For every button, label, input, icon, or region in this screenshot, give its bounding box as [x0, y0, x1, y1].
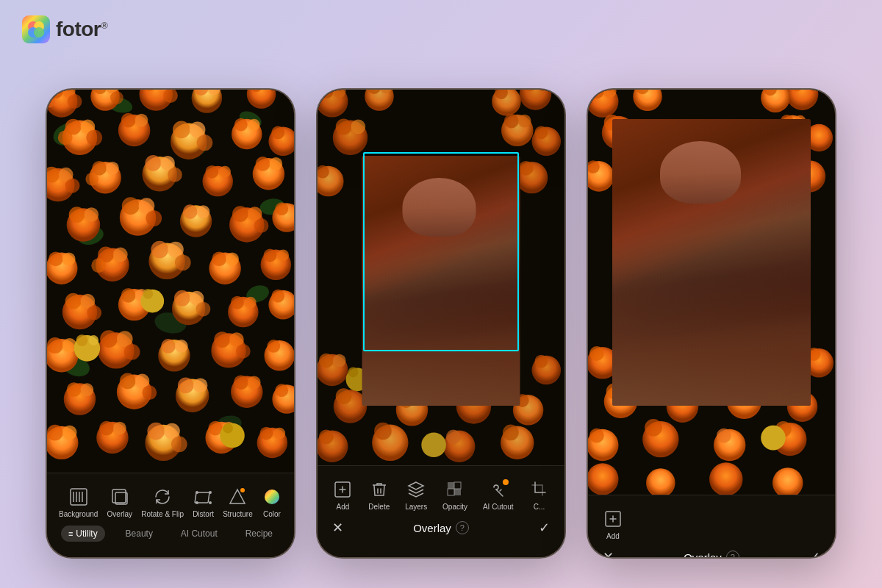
svg-point-126	[161, 339, 176, 354]
rotate-icon	[152, 487, 173, 507]
svg-point-295	[646, 468, 675, 495]
svg-point-90	[113, 248, 128, 262]
card1-toolbar: Background Overlay	[47, 473, 294, 557]
svg-point-117	[271, 290, 284, 303]
svg-point-204	[534, 126, 548, 139]
card2-toolbar: Add Delete	[318, 465, 564, 557]
svg-point-97	[212, 251, 226, 266]
svg-point-239	[348, 368, 359, 378]
card2-toolbar-icons: Add Delete	[318, 473, 564, 514]
svg-point-166	[76, 334, 88, 346]
svg-point-38	[58, 130, 73, 145]
help-button-right[interactable]: ?	[726, 551, 739, 559]
svg-rect-242	[448, 482, 454, 489]
svg-point-112	[196, 302, 211, 317]
svg-point-84	[275, 202, 288, 215]
svg-point-183	[209, 501, 212, 504]
svg-point-145	[234, 375, 248, 390]
svg-point-169	[223, 423, 233, 434]
svg-point-289	[717, 429, 731, 443]
background-label: Background	[59, 510, 98, 518]
tab-recipe[interactable]: Recipe	[238, 526, 280, 542]
svg-point-142	[178, 377, 194, 393]
svg-point-93	[151, 241, 168, 259]
toolbar-opacity[interactable]: Opacity	[442, 479, 467, 511]
svg-point-294	[588, 463, 619, 495]
cancel-button[interactable]: ✕	[332, 520, 343, 536]
svg-point-129	[214, 331, 230, 348]
svg-point-110	[174, 290, 190, 306]
add-label: Add	[337, 503, 350, 511]
svg-point-151	[62, 426, 77, 440]
svg-point-171	[143, 289, 153, 299]
svg-point-186	[265, 490, 279, 504]
svg-point-23	[110, 91, 123, 104]
svg-point-86	[49, 251, 63, 266]
toolbar-delete[interactable]: Delete	[368, 479, 390, 511]
svg-point-48	[248, 119, 260, 131]
svg-point-54	[65, 179, 80, 193]
color-icon	[262, 487, 282, 507]
svg-point-73	[122, 197, 140, 215]
card2-bottom-bar: ✕ Overlay ? ✓	[318, 514, 564, 540]
toolbar-overlay[interactable]: Overlay	[107, 487, 132, 518]
svg-point-50	[271, 126, 284, 140]
cancel-button-right[interactable]: ✕	[603, 549, 614, 559]
logo-container: fotor®	[22, 15, 107, 43]
confirm-button-right[interactable]: ✓	[809, 549, 820, 559]
svg-point-240	[421, 432, 446, 457]
ai-cutout-label: AI Cutout	[483, 503, 514, 511]
svg-point-164	[273, 428, 285, 440]
crop-label: C...	[534, 503, 545, 511]
tab-ai-cutout[interactable]: AI Cutout	[173, 526, 225, 542]
svg-point-202	[518, 115, 531, 128]
svg-point-231	[319, 430, 334, 445]
opacity-label: Opacity	[442, 503, 467, 511]
svg-point-103	[65, 293, 82, 309]
toolbar-structure[interactable]: Structure	[223, 487, 253, 518]
tab-beauty[interactable]: Beauty	[118, 526, 160, 542]
help-button[interactable]: ?	[456, 521, 469, 534]
svg-point-115	[245, 297, 257, 309]
svg-point-119	[47, 337, 63, 354]
card2-image-area	[318, 90, 564, 465]
confirm-button[interactable]: ✓	[539, 520, 550, 536]
overlay-icon	[110, 487, 130, 507]
toolbar-add[interactable]: Add	[332, 479, 353, 511]
logo-text: fotor®	[56, 18, 107, 41]
svg-point-148	[275, 384, 288, 397]
layers-label: Layers	[405, 503, 427, 511]
svg-point-266	[589, 346, 604, 361]
svg-point-190	[365, 90, 394, 111]
toolbar-color[interactable]: Color	[262, 487, 282, 518]
svg-point-64	[205, 165, 218, 179]
toolbar-rotate[interactable]: Rotate & Flip	[141, 487, 184, 518]
svg-point-154	[113, 422, 126, 435]
delete-icon	[369, 479, 390, 500]
toolbar-layers[interactable]: Layers	[405, 479, 427, 511]
svg-rect-244	[448, 489, 454, 495]
svg-point-43	[173, 121, 190, 139]
svg-point-68	[269, 157, 282, 171]
toolbar-background[interactable]: Background	[59, 487, 98, 518]
tab-utility[interactable]: ≡ Utility	[61, 526, 105, 542]
svg-point-45	[197, 135, 213, 151]
toolbar-add-right[interactable]: Add	[603, 509, 623, 540]
opacity-icon	[445, 479, 465, 500]
toolbar-crop[interactable]: C...	[529, 479, 550, 511]
svg-point-127	[175, 340, 188, 353]
svg-point-181	[209, 491, 212, 494]
card3-toolbar-icons: Add	[588, 503, 835, 543]
svg-point-80	[232, 206, 248, 222]
card1-toolbar-tabs: ≡ Utility Beauty AI Cutout Recipe	[47, 521, 294, 545]
svg-point-167	[88, 335, 98, 345]
toolbar-ai-cutout[interactable]: AI Cutout	[483, 479, 514, 511]
crop-icon	[529, 479, 550, 500]
svg-point-158	[171, 436, 187, 452]
toolbar-distort[interactable]: Distort	[193, 487, 214, 518]
svg-point-31	[247, 90, 276, 109]
svg-point-193	[520, 90, 551, 110]
svg-point-67	[256, 157, 270, 171]
svg-point-180	[196, 491, 198, 494]
svg-point-140	[142, 385, 157, 400]
